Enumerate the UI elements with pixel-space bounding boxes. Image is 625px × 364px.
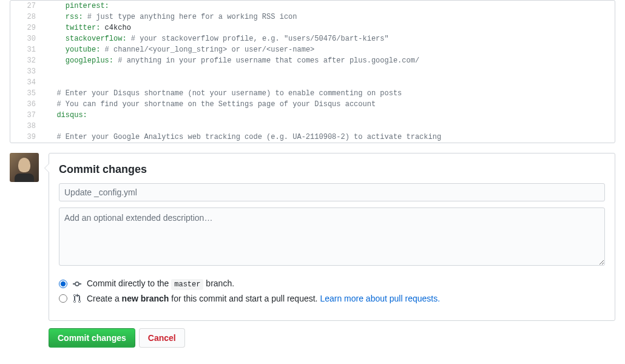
line-number: 39 bbox=[10, 132, 42, 143]
avatar-wrap bbox=[10, 153, 39, 321]
user-avatar[interactable] bbox=[10, 153, 39, 182]
line-content: # You can find your shortname on the Set… bbox=[42, 99, 376, 110]
line-content: googleplus: # anything in your profile u… bbox=[42, 55, 419, 66]
line-content: disqus: bbox=[42, 110, 87, 121]
code-line[interactable]: 35 # Enter your Disqus shortname (not yo… bbox=[10, 88, 615, 99]
line-content: stackoverflow: # your stackoverflow prof… bbox=[42, 33, 389, 44]
git-commit-icon bbox=[72, 279, 82, 289]
git-pull-request-icon bbox=[72, 294, 82, 303]
line-number: 38 bbox=[10, 121, 42, 132]
code-line[interactable]: 31 youtube: # channel/<your_long_string>… bbox=[10, 44, 615, 55]
commit-branch-options: Commit directly to the master branch. Cr… bbox=[59, 276, 605, 306]
cancel-button[interactable]: Cancel bbox=[139, 328, 185, 348]
code-line[interactable]: 37 disqus: bbox=[10, 110, 615, 121]
code-line[interactable]: 34 bbox=[10, 77, 615, 88]
commit-message-input[interactable] bbox=[59, 183, 605, 201]
line-number: 34 bbox=[10, 77, 42, 88]
commit-box: Commit changes Commit directly to the ma… bbox=[49, 153, 615, 321]
line-number: 33 bbox=[10, 66, 42, 77]
commit-newbranch-option[interactable]: Create a new branch for this commit and … bbox=[59, 291, 605, 306]
line-content: # Enter your Disqus shortname (not your … bbox=[42, 88, 402, 99]
code-line[interactable]: 38 bbox=[10, 121, 615, 132]
line-number: 35 bbox=[10, 88, 42, 99]
commit-direct-radio[interactable] bbox=[59, 280, 67, 288]
code-editor[interactable]: 27 pinterest:28 rss: # just type anythin… bbox=[10, 0, 615, 143]
line-number: 27 bbox=[10, 1, 42, 12]
code-line[interactable]: 39 # Enter your Google Analytics web tra… bbox=[10, 132, 615, 143]
line-content: pinterest: bbox=[42, 1, 109, 12]
code-line[interactable]: 33 bbox=[10, 66, 615, 77]
branch-name: master bbox=[171, 279, 203, 290]
line-content bbox=[42, 77, 52, 88]
line-number: 36 bbox=[10, 99, 42, 110]
line-number: 37 bbox=[10, 110, 42, 121]
line-content: twitter: c4kcho bbox=[42, 22, 131, 33]
code-line[interactable]: 29 twitter: c4kcho bbox=[10, 22, 615, 33]
line-number: 30 bbox=[10, 33, 42, 44]
commit-description-textarea[interactable] bbox=[59, 207, 605, 266]
commit-title: Commit changes bbox=[59, 163, 605, 176]
commit-actions: Commit changes Cancel bbox=[49, 328, 615, 348]
commit-section: Commit changes Commit directly to the ma… bbox=[10, 153, 615, 321]
commit-changes-button[interactable]: Commit changes bbox=[49, 328, 135, 348]
line-number: 28 bbox=[10, 12, 42, 22]
line-content: # Enter your Google Analytics web tracki… bbox=[42, 132, 441, 143]
commit-direct-label: Commit directly to the master branch. bbox=[87, 278, 234, 289]
line-number: 31 bbox=[10, 44, 42, 55]
code-line[interactable]: 28 rss: # just type anything here for a … bbox=[10, 12, 615, 22]
line-content: youtube: # channel/<your_long_string> or… bbox=[42, 44, 314, 55]
line-number: 32 bbox=[10, 55, 42, 66]
commit-newbranch-radio[interactable] bbox=[59, 294, 67, 303]
line-content bbox=[42, 66, 52, 77]
learn-more-link[interactable]: Learn more about pull requests. bbox=[320, 294, 440, 303]
code-line[interactable]: 27 pinterest: bbox=[10, 1, 615, 12]
commit-newbranch-label: Create a new branch for this commit and … bbox=[87, 294, 440, 303]
line-number: 29 bbox=[10, 22, 42, 33]
line-content bbox=[42, 121, 52, 132]
line-content: rss: # just type anything here for a wor… bbox=[42, 12, 297, 22]
commit-direct-option[interactable]: Commit directly to the master branch. bbox=[59, 276, 605, 291]
code-line[interactable]: 32 googleplus: # anything in your profil… bbox=[10, 55, 615, 66]
code-line[interactable]: 30 stackoverflow: # your stackoverflow p… bbox=[10, 33, 615, 44]
code-line[interactable]: 36 # You can find your shortname on the … bbox=[10, 99, 615, 110]
